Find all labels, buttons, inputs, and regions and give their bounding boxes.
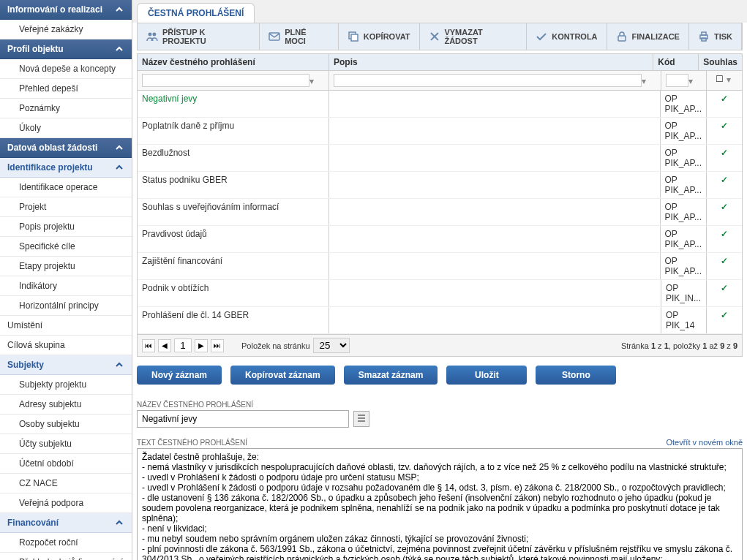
- pager: ⏮ ◀ ▶ ⏭ Položek na stránku 25 Stránka 1 …: [138, 334, 742, 356]
- nav-item[interactable]: CZ NACE: [0, 474, 132, 493]
- svg-point-0: [148, 33, 151, 37]
- nav-item[interactable]: Veřejné zakázky: [0, 20, 132, 39]
- col-header-desc[interactable]: Popis: [329, 54, 653, 70]
- cell-code: OP PIK_AP...: [661, 91, 707, 117]
- cell-desc: [329, 307, 661, 333]
- col-header-code[interactable]: Kód: [653, 54, 699, 70]
- table-row[interactable]: Pravdivost údajůOP PIK_AP...✓: [138, 226, 742, 253]
- nav-item[interactable]: Účetní období: [0, 454, 132, 474]
- nav-section[interactable]: Financování: [0, 513, 132, 533]
- nav-section[interactable]: Informování o realizaci: [0, 0, 132, 20]
- nav-item[interactable]: Adresy subjektu: [0, 395, 132, 415]
- cell-desc: [329, 91, 661, 117]
- table-row[interactable]: Prohlášení dle čl. 14 GBEROP PIK_14✓: [138, 307, 742, 334]
- filter-icon[interactable]: ▾: [688, 76, 699, 86]
- save-button[interactable]: Uložit: [446, 366, 527, 385]
- powers-button[interactable]: PLNÉ MOCI: [260, 23, 338, 50]
- pager-next-button[interactable]: ▶: [195, 339, 208, 352]
- new-record-button[interactable]: Nový záznam: [137, 366, 222, 385]
- chevron-up-icon: [114, 44, 124, 54]
- filter-icon[interactable]: ▾: [309, 76, 320, 86]
- filter-agree-check[interactable]: ☐: [716, 74, 724, 84]
- copy-record-button[interactable]: Kopírovat záznam: [230, 366, 335, 385]
- nav-item[interactable]: Přehled depeší: [0, 79, 132, 99]
- check-label: KONTROLA: [552, 32, 597, 41]
- check-icon: ✓: [721, 229, 728, 239]
- erase-label: VYMAZAT ŽÁDOST: [444, 28, 517, 45]
- pager-first-button[interactable]: ⏮: [142, 339, 155, 352]
- table-row[interactable]: Souhlas s uveřejňováním informacíOP PIK_…: [138, 199, 742, 226]
- filter-code-input[interactable]: [666, 74, 688, 87]
- main-panel: ČESTNÁ PROHLÁŠENÍ PŘÍSTUP K PROJEKTU PLN…: [132, 0, 747, 560]
- cancel-button[interactable]: Storno: [536, 366, 616, 385]
- tab-bar: ČESTNÁ PROHLÁŠENÍ: [132, 0, 747, 23]
- table-row[interactable]: Zajištění financováníOP PIK_AP...✓: [138, 253, 742, 280]
- nav-item[interactable]: Osoby subjektu: [0, 415, 132, 434]
- nav-item[interactable]: Subjekty projektu: [0, 375, 132, 395]
- nav-section[interactable]: Identifikace projektu: [0, 158, 132, 178]
- print-label: TISK: [714, 32, 732, 41]
- pager-perpage-select[interactable]: 25: [313, 338, 350, 353]
- toolbar: PŘÍSTUP K PROJEKTU PLNÉ MOCI KOPÍROVAT V…: [137, 23, 743, 50]
- table-row[interactable]: BezdlužnostOP PIK_AP...✓: [138, 145, 742, 172]
- action-bar: Nový záznam Kopírovat záznam Smazat zázn…: [137, 357, 743, 393]
- table-row[interactable]: Poplatník daně z příjmuOP PIK_AP...✓: [138, 118, 742, 145]
- svg-rect-7: [702, 32, 706, 35]
- cell-agree: ✓: [707, 253, 742, 279]
- pager-prev-button[interactable]: ◀: [158, 339, 171, 352]
- check-button[interactable]: KONTROLA: [527, 23, 607, 50]
- nav-section[interactable]: Subjekty: [0, 355, 132, 375]
- table-row[interactable]: Status podniku GBEROP PIK_AP...✓: [138, 172, 742, 199]
- cell-name: Poplatník daně z příjmu: [138, 118, 329, 144]
- cell-name: Podnik v obtížích: [138, 280, 329, 306]
- nav-item[interactable]: Identifikace operace: [0, 178, 132, 197]
- tab-declarations[interactable]: ČESTNÁ PROHLÁŠENÍ: [137, 3, 255, 23]
- check-icon: ✓: [721, 283, 728, 293]
- filter-name-input[interactable]: [142, 74, 309, 87]
- name-field[interactable]: [137, 410, 349, 428]
- delete-record-button[interactable]: Smazat záznam: [344, 366, 438, 385]
- pager-page-input[interactable]: [174, 338, 192, 352]
- print-button[interactable]: TISK: [689, 23, 742, 50]
- nav-item[interactable]: Indikátory: [0, 276, 132, 296]
- check-icon: ✓: [721, 94, 728, 104]
- nav-section[interactable]: Datová oblast žádosti: [0, 138, 132, 158]
- copy-button[interactable]: KOPÍROVAT: [339, 23, 420, 50]
- nav-item[interactable]: Etapy projektu: [0, 257, 132, 276]
- nav-item[interactable]: Nová depeše a koncepty: [0, 59, 132, 79]
- filter-icon[interactable]: ▾: [724, 75, 734, 85]
- nav-item[interactable]: Horizontální principy: [0, 296, 132, 316]
- erase-button[interactable]: VYMAZAT ŽÁDOST: [420, 23, 528, 50]
- nav-item[interactable]: Účty subjektu: [0, 434, 132, 454]
- nav-item[interactable]: Umístění: [0, 316, 132, 336]
- cell-name: Negativní jevy: [138, 91, 329, 117]
- access-button[interactable]: PŘÍSTUP K PROJEKTU: [138, 23, 260, 50]
- people-icon: [146, 31, 158, 42]
- nav-item[interactable]: Rozpočet roční: [0, 533, 132, 553]
- nav-section[interactable]: Profil objektu: [0, 39, 132, 59]
- nav-item[interactable]: Přehled zdrojů financování: [0, 553, 132, 560]
- lookup-button[interactable]: [353, 411, 369, 427]
- nav-item[interactable]: Veřejná podpora: [0, 493, 132, 513]
- cell-code: OP PIK_AP...: [661, 172, 707, 198]
- filter-desc-input[interactable]: [334, 74, 642, 87]
- declaration-text-area[interactable]: [137, 448, 743, 560]
- nav-item[interactable]: Poznámky: [0, 99, 132, 118]
- nav-item[interactable]: Projekt: [0, 197, 132, 217]
- finalize-button[interactable]: FINALIZACE: [607, 23, 689, 50]
- cell-name: Prohlášení dle čl. 14 GBER: [138, 307, 329, 333]
- col-header-name[interactable]: Název čestného prohlášení: [138, 54, 329, 70]
- open-new-window-link[interactable]: Otevřít v novém okně: [666, 438, 743, 447]
- filter-icon[interactable]: ▾: [642, 76, 652, 86]
- pager-last-button[interactable]: ⏭: [211, 339, 224, 352]
- cell-code: OP PIK_AP...: [661, 145, 707, 171]
- table-row[interactable]: Podnik v obtížíchOP PIK_IN...✓: [138, 280, 742, 307]
- grid-filter-row: ▾ ▾ ▾ ☐▾: [138, 71, 742, 91]
- cell-desc: [329, 172, 661, 198]
- nav-item[interactable]: Popis projektu: [0, 217, 132, 237]
- nav-item[interactable]: Úkoly: [0, 118, 132, 138]
- col-header-agree[interactable]: Souhlas: [699, 54, 742, 70]
- nav-item[interactable]: Specifické cíle: [0, 237, 132, 257]
- table-row[interactable]: Negativní jevyOP PIK_AP...✓: [138, 91, 742, 118]
- nav-item[interactable]: Cílová skupina: [0, 336, 132, 355]
